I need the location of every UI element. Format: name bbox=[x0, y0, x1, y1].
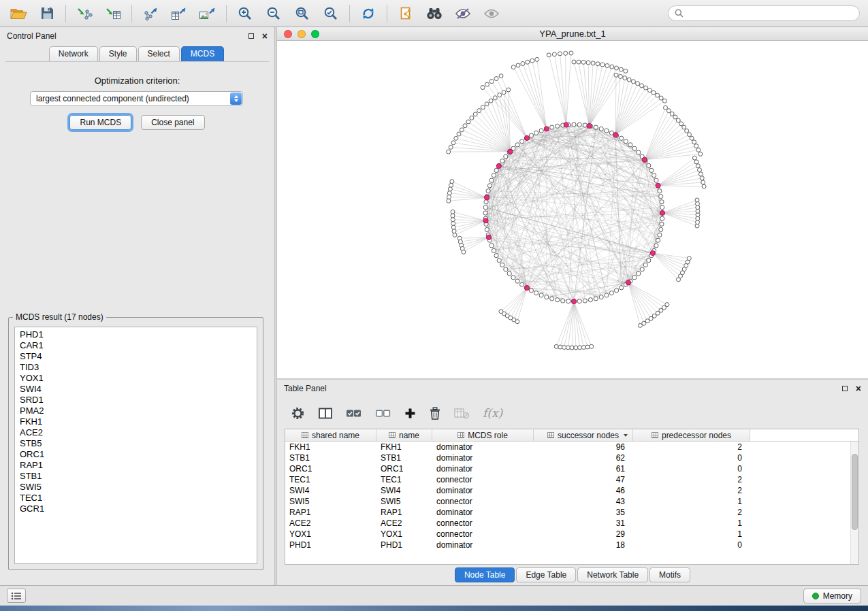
tab-style[interactable]: Style bbox=[99, 46, 137, 61]
tab-mcds[interactable]: MCDS bbox=[181, 46, 224, 61]
network-node[interactable] bbox=[481, 86, 485, 90]
network-node[interactable] bbox=[498, 93, 502, 97]
network-node[interactable] bbox=[529, 288, 533, 293]
network-node[interactable] bbox=[658, 189, 662, 193]
delete-table-button[interactable] bbox=[454, 408, 469, 418]
table-scrollbar[interactable] bbox=[850, 442, 858, 564]
network-node[interactable] bbox=[654, 178, 658, 182]
network-node[interactable] bbox=[594, 297, 598, 301]
network-node[interactable] bbox=[520, 139, 524, 144]
network-node[interactable] bbox=[473, 112, 477, 116]
network-node[interactable] bbox=[581, 60, 585, 64]
mcds-node-item[interactable]: TEC1 bbox=[15, 493, 257, 503]
network-node[interactable] bbox=[685, 129, 689, 133]
network-node[interactable] bbox=[659, 195, 663, 199]
mcds-node-item[interactable]: STP4 bbox=[15, 351, 257, 362]
column-header-shared-name[interactable]: shared name bbox=[285, 429, 376, 441]
network-node[interactable] bbox=[643, 263, 647, 267]
network-node[interactable] bbox=[632, 146, 637, 150]
mcds-node-item[interactable]: GCR1 bbox=[15, 503, 257, 514]
birdseye-view-button[interactable] bbox=[481, 3, 502, 24]
share-document-button[interactable] bbox=[396, 3, 416, 24]
network-node[interactable] bbox=[644, 86, 648, 90]
network-node[interactable] bbox=[526, 60, 530, 64]
mcds-node-item[interactable]: ACE2 bbox=[15, 427, 257, 438]
network-node[interactable] bbox=[624, 69, 628, 73]
network-node[interactable] bbox=[696, 164, 700, 168]
network-hub-node[interactable] bbox=[642, 157, 647, 162]
import-table-button[interactable] bbox=[103, 3, 123, 24]
network-node[interactable] bbox=[564, 51, 568, 55]
network-node[interactable] bbox=[687, 257, 691, 261]
network-node[interactable] bbox=[516, 63, 520, 67]
network-node[interactable] bbox=[477, 109, 481, 113]
export-network-button[interactable] bbox=[140, 3, 161, 24]
network-node[interactable] bbox=[493, 96, 497, 100]
network-node[interactable] bbox=[539, 129, 543, 133]
network-node[interactable] bbox=[652, 90, 656, 95]
network-node[interactable] bbox=[574, 346, 578, 350]
network-node[interactable] bbox=[605, 293, 609, 297]
network-node[interactable] bbox=[649, 168, 654, 172]
network-node[interactable] bbox=[698, 152, 703, 156]
network-node[interactable] bbox=[448, 187, 452, 191]
network-node[interactable] bbox=[631, 80, 635, 84]
network-node[interactable] bbox=[545, 295, 549, 299]
network-node[interactable] bbox=[462, 250, 466, 254]
zoom-selected-button[interactable] bbox=[321, 3, 341, 24]
network-node[interactable] bbox=[688, 133, 692, 137]
network-node[interactable] bbox=[682, 125, 686, 129]
network-node[interactable] bbox=[451, 218, 455, 222]
network-node[interactable] bbox=[530, 59, 534, 63]
network-node[interactable] bbox=[494, 168, 498, 172]
scrollbar-thumb[interactable] bbox=[852, 454, 858, 530]
network-node[interactable] bbox=[460, 128, 464, 132]
add-column-button[interactable] bbox=[404, 408, 416, 419]
network-node[interactable] bbox=[466, 120, 470, 124]
network-node[interactable] bbox=[556, 124, 560, 128]
network-hub-node[interactable] bbox=[483, 218, 488, 223]
network-node[interactable] bbox=[558, 345, 562, 349]
export-image-button[interactable] bbox=[197, 3, 218, 24]
network-node[interactable] bbox=[577, 299, 581, 303]
network-node[interactable] bbox=[507, 271, 511, 276]
column-header-name[interactable]: name bbox=[376, 429, 432, 441]
network-hub-node[interactable] bbox=[525, 286, 530, 291]
network-node[interactable] bbox=[591, 61, 595, 65]
column-header-successor-nodes[interactable]: successor nodes bbox=[534, 429, 633, 441]
tab-network-table[interactable]: Network Table bbox=[577, 567, 648, 582]
network-node[interactable] bbox=[449, 145, 453, 149]
network-node[interactable] bbox=[489, 99, 493, 103]
network-node[interactable] bbox=[494, 77, 498, 81]
network-node[interactable] bbox=[577, 122, 581, 127]
network-node[interactable] bbox=[470, 116, 474, 120]
select-all-button[interactable] bbox=[346, 408, 361, 419]
network-node[interactable] bbox=[640, 84, 644, 88]
network-node[interactable] bbox=[600, 63, 605, 67]
network-node[interactable] bbox=[481, 105, 485, 110]
mcds-node-item[interactable]: SRD1 bbox=[15, 395, 257, 406]
network-node[interactable] bbox=[590, 344, 594, 348]
network-node[interactable] bbox=[620, 136, 624, 140]
network-node[interactable] bbox=[483, 211, 487, 215]
network-hub-node[interactable] bbox=[484, 195, 489, 200]
network-node[interactable] bbox=[594, 125, 598, 129]
close-window-button[interactable] bbox=[284, 30, 292, 38]
tab-network[interactable]: Network bbox=[49, 46, 98, 61]
network-node[interactable] bbox=[486, 189, 490, 193]
network-node[interactable] bbox=[585, 345, 590, 349]
network-node[interactable] bbox=[485, 82, 489, 86]
network-node[interactable] bbox=[484, 200, 488, 204]
function-builder-button[interactable]: f(x) bbox=[483, 406, 502, 420]
network-node[interactable] bbox=[694, 144, 698, 148]
network-node[interactable] bbox=[504, 154, 508, 159]
network-node[interactable] bbox=[656, 93, 660, 97]
network-node[interactable] bbox=[596, 62, 600, 66]
network-node[interactable] bbox=[627, 78, 631, 82]
network-hub-node[interactable] bbox=[544, 127, 549, 131]
network-node[interactable] bbox=[660, 200, 664, 204]
mcds-node-item[interactable]: YOX1 bbox=[15, 373, 257, 384]
memory-button[interactable]: Memory bbox=[803, 589, 861, 604]
network-node[interactable] bbox=[572, 122, 576, 127]
mcds-node-item[interactable]: TID3 bbox=[15, 362, 257, 373]
